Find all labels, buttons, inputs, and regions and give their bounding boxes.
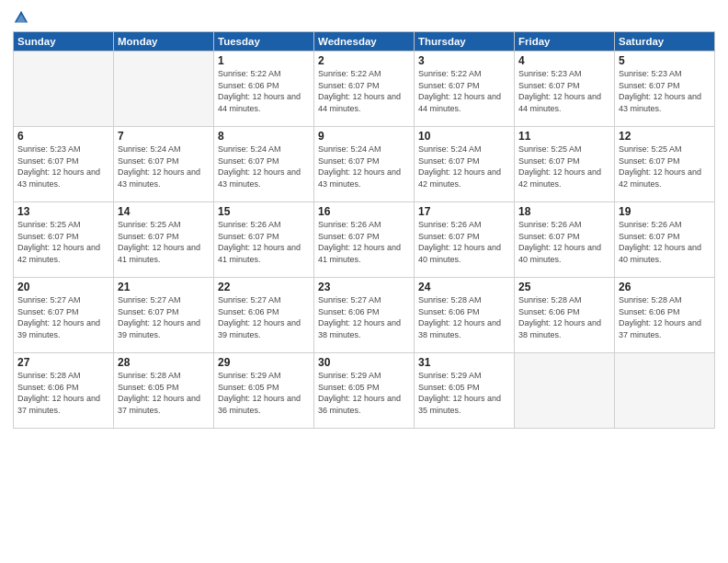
- day-info: Sunrise: 5:28 AMSunset: 6:06 PMDaylight:…: [518, 294, 610, 340]
- day-number: 1: [218, 54, 310, 67]
- day-info: Sunrise: 5:28 AMSunset: 6:05 PMDaylight:…: [118, 370, 210, 416]
- calendar-cell: 8Sunrise: 5:24 AMSunset: 6:07 PMDaylight…: [214, 127, 314, 202]
- day-number: 3: [418, 54, 510, 67]
- day-info: Sunrise: 5:25 AMSunset: 6:07 PMDaylight:…: [518, 144, 610, 190]
- calendar-cell: 3Sunrise: 5:22 AMSunset: 6:07 PMDaylight…: [415, 52, 515, 127]
- calendar-cell: [515, 353, 615, 429]
- day-info: Sunrise: 5:27 AMSunset: 6:07 PMDaylight:…: [118, 294, 210, 340]
- weekday-header: Sunday: [14, 32, 114, 52]
- day-info: Sunrise: 5:27 AMSunset: 6:06 PMDaylight:…: [318, 294, 410, 340]
- day-number: 8: [218, 130, 310, 143]
- day-number: 24: [418, 281, 510, 293]
- day-number: 18: [518, 205, 610, 218]
- day-number: 7: [118, 130, 210, 143]
- day-info: Sunrise: 5:27 AMSunset: 6:06 PMDaylight:…: [218, 294, 310, 340]
- calendar-cell: 23Sunrise: 5:27 AMSunset: 6:06 PMDayligh…: [314, 278, 415, 353]
- day-number: 14: [118, 205, 210, 218]
- day-info: Sunrise: 5:26 AMSunset: 6:07 PMDaylight:…: [518, 219, 610, 265]
- calendar-cell: 17Sunrise: 5:26 AMSunset: 6:07 PMDayligh…: [415, 202, 515, 278]
- calendar-cell: 14Sunrise: 5:25 AMSunset: 6:07 PMDayligh…: [114, 202, 214, 278]
- calendar-cell: 1Sunrise: 5:22 AMSunset: 6:06 PMDaylight…: [214, 52, 314, 127]
- calendar-week-row: 1Sunrise: 5:22 AMSunset: 6:06 PMDaylight…: [14, 52, 715, 127]
- calendar-cell: 7Sunrise: 5:24 AMSunset: 6:07 PMDaylight…: [114, 127, 214, 202]
- calendar-cell: 29Sunrise: 5:29 AMSunset: 6:05 PMDayligh…: [214, 353, 314, 429]
- weekday-header: Saturday: [615, 32, 715, 52]
- day-number: 6: [17, 130, 109, 143]
- day-info: Sunrise: 5:23 AMSunset: 6:07 PMDaylight:…: [17, 144, 109, 190]
- day-info: Sunrise: 5:25 AMSunset: 6:07 PMDaylight:…: [619, 144, 711, 190]
- day-info: Sunrise: 5:26 AMSunset: 6:07 PMDaylight:…: [619, 219, 711, 265]
- day-info: Sunrise: 5:24 AMSunset: 6:07 PMDaylight:…: [418, 144, 510, 190]
- weekday-header: Monday: [114, 32, 214, 52]
- day-number: 11: [518, 130, 610, 143]
- day-info: Sunrise: 5:23 AMSunset: 6:07 PMDaylight:…: [619, 68, 711, 114]
- day-number: 13: [17, 205, 109, 218]
- day-number: 10: [418, 130, 510, 143]
- day-info: Sunrise: 5:24 AMSunset: 6:07 PMDaylight:…: [118, 144, 210, 190]
- calendar-cell: 10Sunrise: 5:24 AMSunset: 6:07 PMDayligh…: [415, 127, 515, 202]
- calendar-cell: 15Sunrise: 5:26 AMSunset: 6:07 PMDayligh…: [214, 202, 314, 278]
- day-info: Sunrise: 5:26 AMSunset: 6:07 PMDaylight:…: [318, 219, 410, 265]
- calendar-week-row: 20Sunrise: 5:27 AMSunset: 6:07 PMDayligh…: [14, 278, 715, 353]
- calendar-cell: 4Sunrise: 5:23 AMSunset: 6:07 PMDaylight…: [515, 52, 615, 127]
- day-number: 28: [118, 356, 210, 369]
- day-number: 26: [619, 281, 711, 293]
- calendar-cell: 6Sunrise: 5:23 AMSunset: 6:07 PMDaylight…: [14, 127, 114, 202]
- day-info: Sunrise: 5:22 AMSunset: 6:07 PMDaylight:…: [318, 68, 410, 114]
- calendar-cell: 20Sunrise: 5:27 AMSunset: 6:07 PMDayligh…: [14, 278, 114, 353]
- day-info: Sunrise: 5:25 AMSunset: 6:07 PMDaylight:…: [118, 219, 210, 265]
- calendar-cell: 9Sunrise: 5:24 AMSunset: 6:07 PMDaylight…: [314, 127, 415, 202]
- day-info: Sunrise: 5:29 AMSunset: 6:05 PMDaylight:…: [418, 370, 510, 416]
- logo: [13, 9, 32, 26]
- weekday-header: Wednesday: [314, 32, 415, 52]
- day-number: 9: [318, 130, 410, 143]
- day-number: 17: [418, 205, 510, 218]
- weekday-header: Friday: [515, 32, 615, 52]
- day-info: Sunrise: 5:29 AMSunset: 6:05 PMDaylight:…: [218, 370, 310, 416]
- calendar-cell: 26Sunrise: 5:28 AMSunset: 6:06 PMDayligh…: [615, 278, 715, 353]
- weekday-header: Tuesday: [214, 32, 314, 52]
- calendar-cell: 18Sunrise: 5:26 AMSunset: 6:07 PMDayligh…: [515, 202, 615, 278]
- day-info: Sunrise: 5:22 AMSunset: 6:06 PMDaylight:…: [218, 68, 310, 114]
- calendar-cell: 28Sunrise: 5:28 AMSunset: 6:05 PMDayligh…: [114, 353, 214, 429]
- day-number: 16: [318, 205, 410, 218]
- calendar-cell: 16Sunrise: 5:26 AMSunset: 6:07 PMDayligh…: [314, 202, 415, 278]
- calendar-cell: 19Sunrise: 5:26 AMSunset: 6:07 PMDayligh…: [615, 202, 715, 278]
- calendar-cell: 25Sunrise: 5:28 AMSunset: 6:06 PMDayligh…: [515, 278, 615, 353]
- day-number: 27: [17, 356, 109, 369]
- calendar-cell: 12Sunrise: 5:25 AMSunset: 6:07 PMDayligh…: [615, 127, 715, 202]
- day-number: 2: [318, 54, 410, 67]
- calendar: SundayMondayTuesdayWednesdayThursdayFrid…: [13, 31, 715, 429]
- day-number: 12: [619, 130, 711, 143]
- page: SundayMondayTuesdayWednesdayThursdayFrid…: [0, 0, 728, 563]
- day-info: Sunrise: 5:26 AMSunset: 6:07 PMDaylight:…: [418, 219, 510, 265]
- day-number: 4: [518, 54, 610, 67]
- day-info: Sunrise: 5:23 AMSunset: 6:07 PMDaylight:…: [518, 68, 610, 114]
- calendar-cell: 22Sunrise: 5:27 AMSunset: 6:06 PMDayligh…: [214, 278, 314, 353]
- day-info: Sunrise: 5:24 AMSunset: 6:07 PMDaylight:…: [218, 144, 310, 190]
- day-number: 30: [318, 356, 410, 369]
- day-info: Sunrise: 5:28 AMSunset: 6:06 PMDaylight:…: [17, 370, 109, 416]
- weekday-header-row: SundayMondayTuesdayWednesdayThursdayFrid…: [14, 32, 715, 52]
- calendar-week-row: 13Sunrise: 5:25 AMSunset: 6:07 PMDayligh…: [14, 202, 715, 278]
- day-info: Sunrise: 5:24 AMSunset: 6:07 PMDaylight:…: [318, 144, 410, 190]
- day-info: Sunrise: 5:22 AMSunset: 6:07 PMDaylight:…: [418, 68, 510, 114]
- calendar-cell: 5Sunrise: 5:23 AMSunset: 6:07 PMDaylight…: [615, 52, 715, 127]
- day-number: 19: [619, 205, 711, 218]
- calendar-cell: 27Sunrise: 5:28 AMSunset: 6:06 PMDayligh…: [14, 353, 114, 429]
- calendar-cell: 31Sunrise: 5:29 AMSunset: 6:05 PMDayligh…: [415, 353, 515, 429]
- day-number: 25: [518, 281, 610, 293]
- day-info: Sunrise: 5:29 AMSunset: 6:05 PMDaylight:…: [318, 370, 410, 416]
- calendar-cell: 24Sunrise: 5:28 AMSunset: 6:06 PMDayligh…: [415, 278, 515, 353]
- day-number: 22: [218, 281, 310, 293]
- day-info: Sunrise: 5:28 AMSunset: 6:06 PMDaylight:…: [619, 294, 711, 340]
- day-number: 15: [218, 205, 310, 218]
- day-info: Sunrise: 5:25 AMSunset: 6:07 PMDaylight:…: [17, 219, 109, 265]
- day-number: 21: [118, 281, 210, 293]
- weekday-header: Thursday: [415, 32, 515, 52]
- day-number: 20: [17, 281, 109, 293]
- day-info: Sunrise: 5:28 AMSunset: 6:06 PMDaylight:…: [418, 294, 510, 340]
- calendar-week-row: 6Sunrise: 5:23 AMSunset: 6:07 PMDaylight…: [14, 127, 715, 202]
- calendar-cell: [114, 52, 214, 127]
- day-number: 31: [418, 356, 510, 369]
